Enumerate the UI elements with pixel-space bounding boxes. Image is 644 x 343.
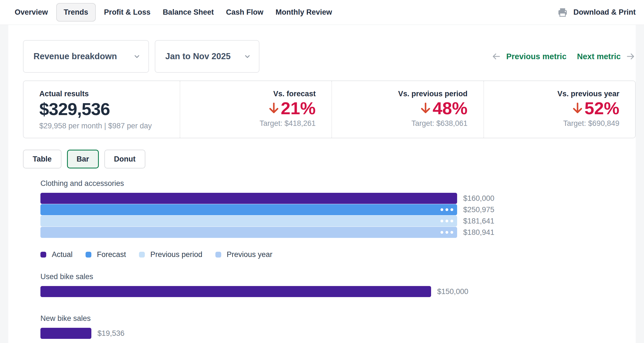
bar-row-actual: $19,536 [40,328,636,339]
chart-group-clothing-and-accessories: Clothing and accessories$160,000$250,975… [40,179,636,238]
legend-swatch-icon [40,252,46,258]
chart-group-used-bike-sales: Used bike sales$150,000 [40,272,636,297]
bar-value-label: $180,941 [463,228,494,237]
legend-swatch-icon [86,252,91,258]
truncation-dots-icon [441,231,453,234]
bar-forecast[interactable] [40,204,457,215]
bar-value-label: $250,975 [463,206,494,214]
dot [445,208,448,211]
stat-target: Target: $638,061 [348,119,467,128]
previous-metric-button[interactable]: Previous metric [491,51,566,61]
legend-label: Forecast [97,250,126,259]
bar-previous-period[interactable] [40,215,457,227]
chart-group-new-bike-sales: New bike sales$19,536 [40,314,636,339]
printer-icon [557,7,568,18]
legend-item-forecast: Forecast [86,250,126,259]
summary-panel: Actual results $329,536 $29,958 per mont… [23,80,636,138]
dot [441,208,443,211]
truncation-dots-icon [441,208,453,211]
stat-vs-previous-period: Vs. previous period 48% Target: $638,061 [331,81,483,138]
donut-view-button[interactable]: Donut [104,150,145,168]
tab-balance-sheet[interactable]: Balance Sheet [163,8,214,17]
stat-title: Vs. previous period [348,90,467,98]
period-dropdown-value: Jan to Nov 2025 [165,51,231,61]
tab-profit-loss[interactable]: Profit & Loss [104,8,151,17]
bar-row-previous-year: $180,941 [40,227,636,238]
controls-row: Revenue breakdown Jan to Nov 2025 Previo… [23,40,636,73]
next-metric-label: Next metric [577,52,621,61]
stat-percent: 52% [584,100,619,117]
dot [450,208,453,211]
legend-item-actual: Actual [40,250,73,259]
bar-row-previous-period: $181,641 [40,215,636,227]
top-nav: Overview Trends Profit & Loss Balance Sh… [0,0,644,25]
arrow-right-icon [626,51,636,61]
stat-target: Target: $418,261 [196,119,316,128]
nav-tabs: Overview Trends Profit & Loss Balance Sh… [15,3,332,22]
previous-metric-label: Previous metric [506,52,566,61]
bar-actual[interactable] [40,286,431,297]
arrow-down-icon [571,101,584,116]
stat-title: Actual results [39,90,164,98]
tab-trends[interactable]: Trends [56,3,96,22]
period-dropdown[interactable]: Jan to Nov 2025 [155,40,259,73]
stat-target: Target: $690,849 [500,119,619,128]
bar-value-label: $160,000 [463,194,494,203]
bar-view-button[interactable]: Bar [67,150,99,168]
table-view-button[interactable]: Table [23,150,61,168]
dot [450,220,453,222]
bar-value-label: $19,536 [97,329,125,338]
chevron-down-icon [133,53,141,60]
legend-swatch-icon [215,252,221,258]
tab-cash-flow[interactable]: Cash Flow [226,8,263,17]
tab-overview[interactable]: Overview [15,8,48,17]
chart-group-title: New bike sales [40,314,636,323]
stat-title: Vs. previous year [500,90,619,98]
next-metric-button[interactable]: Next metric [577,51,636,61]
arrow-down-icon [419,101,432,116]
legend-label: Previous period [150,250,202,259]
metric-dropdown-value: Revenue breakdown [34,51,117,61]
legend-item-previous-year: Previous year [215,250,272,259]
stat-vs-previous-year: Vs. previous year 52% Target: $690,849 [483,81,635,138]
bar-row-actual: $160,000 [40,193,636,204]
bar-value-label: $181,641 [463,217,494,225]
stat-value: $329,536 [39,100,164,118]
arrow-down-icon [267,101,280,116]
chart-group-title: Clothing and accessories [40,179,636,188]
bar-actual[interactable] [40,328,91,339]
bar-previous-year[interactable] [40,227,457,238]
dot [445,220,448,222]
stat-vs-forecast: Vs. forecast 21% Target: $418,261 [180,81,331,138]
bar-actual[interactable] [40,193,457,204]
left-gutter [0,25,8,343]
view-toggle: Table Bar Donut [23,150,636,168]
metric-dropdown[interactable]: Revenue breakdown [23,40,149,73]
legend-item-previous-period: Previous period [139,250,202,259]
dot [441,231,443,234]
dot [441,220,443,222]
legend-label: Previous year [227,250,272,259]
truncation-dots-icon [441,220,453,222]
tab-monthly-review[interactable]: Monthly Review [275,8,332,17]
legend-label: Actual [52,250,73,259]
bar-value-label: $150,000 [437,287,468,296]
download-print-label: Download & Print [573,8,636,17]
stat-percent: 21% [281,100,316,117]
chart-legend: ActualForecastPrevious periodPrevious ye… [40,250,636,259]
download-print-button[interactable]: Download & Print [557,7,636,18]
bar-row-actual: $150,000 [40,286,636,297]
dot [445,231,448,234]
stat-subtitle: $29,958 per month | $987 per day [39,122,164,130]
metric-pagination: Previous metric Next metric [491,51,636,61]
scrollbar-track[interactable] [636,25,644,343]
arrow-left-icon [491,51,501,61]
page: Revenue breakdown Jan to Nov 2025 Previo… [0,25,644,343]
legend-swatch-icon [139,252,145,258]
bar-row-forecast: $250,975 [40,204,636,215]
stat-title: Vs. forecast [196,90,316,98]
stat-actual-results: Actual results $329,536 $29,958 per mont… [24,81,180,138]
main-content: Revenue breakdown Jan to Nov 2025 Previo… [23,25,636,343]
bar-chart: Clothing and accessories$160,000$250,975… [40,179,636,339]
chart-group-title: Used bike sales [40,272,636,281]
